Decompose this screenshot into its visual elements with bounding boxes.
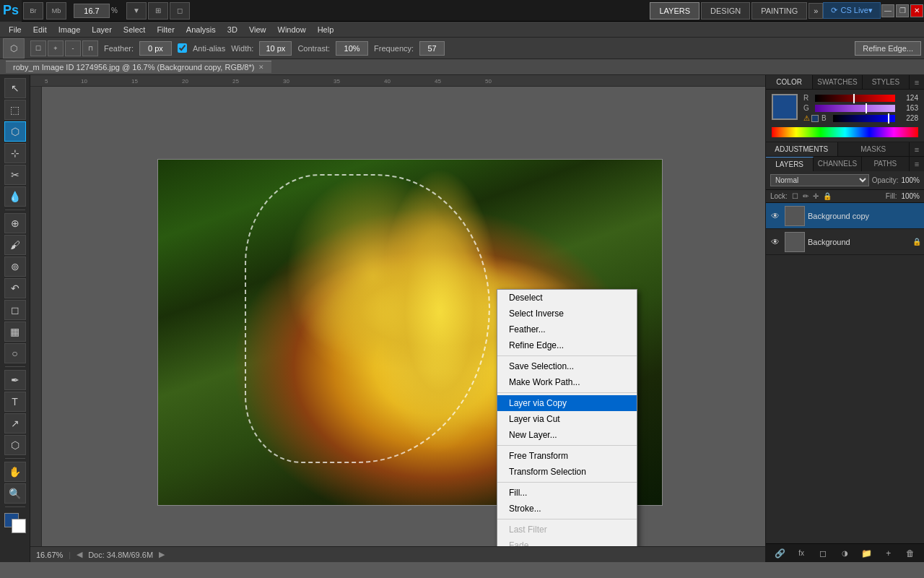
hand-tool[interactable]: ✋ <box>4 462 26 482</box>
link-layers-btn[interactable]: 🔗 <box>772 546 787 561</box>
move-tool[interactable]: ↖ <box>4 78 26 98</box>
tab-paths[interactable]: PATHS <box>862 157 910 171</box>
ctx-refine-edge[interactable]: Refine Edge... <box>497 337 637 353</box>
panel-menu-btn[interactable]: ≡ <box>910 75 924 89</box>
ctx-new-layer[interactable]: New Layer... <box>497 427 637 443</box>
adj-panel-menu-btn[interactable]: ≡ <box>910 142 924 156</box>
lasso-tool[interactable]: ⬡ <box>4 121 26 142</box>
ctx-layer-via-copy[interactable]: Layer via Copy <box>497 395 637 411</box>
width-input[interactable] <box>259 41 292 56</box>
menu-help[interactable]: Help <box>312 24 340 35</box>
menu-filter[interactable]: Filter <box>151 24 180 35</box>
blend-mode-select[interactable]: Normal Multiply Screen Overlay <box>770 174 869 186</box>
new-adj-layer-btn[interactable]: ◑ <box>837 546 852 561</box>
ctx-save-selection[interactable]: Save Selection... <box>497 358 637 374</box>
color-preview[interactable] <box>772 94 798 120</box>
ctx-feather[interactable]: Feather... <box>497 322 637 337</box>
brush-tool[interactable]: 🖌 <box>4 235 26 255</box>
pen-tool[interactable]: ✒ <box>4 370 26 390</box>
new-group-btn[interactable]: 📁 <box>860 546 874 561</box>
add-mask-btn[interactable]: ◻ <box>816 546 830 561</box>
status-arrow-right[interactable]: ▶ <box>159 550 165 559</box>
menu-layer[interactable]: Layer <box>86 24 118 35</box>
layer-eye-background[interactable]: 👁 <box>769 237 782 247</box>
layer-item-background[interactable]: 👁 Background 🔒 <box>766 229 924 255</box>
canvas-container[interactable]: Deselect Select Inverse Feather... Refin… <box>42 87 765 546</box>
antialias-checkbox[interactable] <box>178 43 187 53</box>
history-tool[interactable]: ↶ <box>4 278 26 298</box>
layer-item-background-copy[interactable]: 👁 Background copy <box>766 203 924 229</box>
frequency-input[interactable] <box>419 41 445 56</box>
essentials-btn[interactable]: LAYERS <box>650 2 699 20</box>
design-btn[interactable]: DESIGN <box>701 2 750 20</box>
menu-select[interactable]: Select <box>118 24 152 35</box>
tab-styles[interactable]: STYLES <box>863 75 910 89</box>
cs-live-btn[interactable]: ⟳ CS Live▾ <box>823 2 881 19</box>
painting-btn[interactable]: PAINTING <box>751 2 807 20</box>
crop-tool[interactable]: ✂ <box>4 165 26 185</box>
tab-color[interactable]: COLOR <box>766 75 813 89</box>
close-btn[interactable]: ✕ <box>910 4 923 17</box>
path-select-tool[interactable]: ↗ <box>4 413 26 434</box>
lock-transparency-btn[interactable]: ☐ <box>792 192 798 200</box>
zoom-tool[interactable]: 🔍 <box>4 483 26 504</box>
zoom-dropdown[interactable]: ▼ <box>126 2 147 20</box>
clone-tool[interactable]: ⊚ <box>4 256 26 277</box>
ctx-select-inverse[interactable]: Select Inverse <box>497 306 637 322</box>
canvas-area[interactable]: 5 10 15 20 25 30 35 40 45 50 Deselect Se… <box>30 75 765 562</box>
menu-window[interactable]: Window <box>272 24 312 35</box>
selection-tool[interactable]: ⬚ <box>4 100 26 120</box>
refine-edge-button[interactable]: Refine Edge... <box>855 41 921 56</box>
ctx-stroke[interactable]: Stroke... <box>497 501 637 517</box>
layers-panel-menu-btn[interactable]: ≡ <box>910 157 924 171</box>
doc-close-btn[interactable]: ✕ <box>258 64 264 71</box>
screen-mode-btn[interactable]: ◻ <box>170 2 190 20</box>
background-color[interactable] <box>12 519 26 533</box>
quick-select-tool[interactable]: ⊹ <box>4 143 26 163</box>
eyedropper-tool[interactable]: 💧 <box>4 186 26 207</box>
contrast-input[interactable] <box>336 41 368 56</box>
document-tab[interactable]: roby_m Image ID 1274956.jpg @ 16.7% (Bac… <box>6 61 271 73</box>
add-style-btn[interactable]: fx <box>794 546 808 561</box>
ctx-fill[interactable]: Fill... <box>497 485 637 501</box>
dodge-tool[interactable]: ○ <box>4 343 26 363</box>
menu-file[interactable]: File <box>3 24 27 35</box>
text-tool[interactable]: T <box>4 392 26 412</box>
zoom-input[interactable] <box>74 4 110 18</box>
ctx-transform-selection[interactable]: Transform Selection <box>497 464 637 480</box>
more-workspaces-btn[interactable]: » <box>808 3 823 19</box>
ctx-free-transform[interactable]: Free Transform <box>497 448 637 464</box>
eraser-tool[interactable]: ◻ <box>4 300 26 320</box>
lock-paint-btn[interactable]: ✏ <box>803 192 808 200</box>
menu-view[interactable]: View <box>243 24 272 35</box>
tab-masks[interactable]: MASKS <box>838 142 910 156</box>
menu-analysis[interactable]: Analysis <box>180 24 222 35</box>
tab-layers[interactable]: LAYERS <box>766 157 814 171</box>
new-selection-btn[interactable]: ☐ <box>30 40 46 56</box>
menu-3d[interactable]: 3D <box>222 24 243 35</box>
subtract-selection-btn[interactable]: - <box>65 40 81 56</box>
feather-input[interactable] <box>139 41 172 56</box>
ctx-layer-via-cut[interactable]: Layer via Cut <box>497 411 637 427</box>
minimize-btn[interactable]: — <box>881 4 894 17</box>
tab-adjustments[interactable]: ADJUSTMENTS <box>766 142 838 156</box>
menu-image[interactable]: Image <box>53 24 87 35</box>
ctx-make-work-path[interactable]: Make Work Path... <box>497 374 637 390</box>
gradient-tool[interactable]: ▦ <box>4 322 26 342</box>
lock-all-btn[interactable]: 🔒 <box>823 192 832 200</box>
menu-edit[interactable]: Edit <box>27 24 53 35</box>
new-layer-btn[interactable]: + <box>881 546 896 561</box>
tab-channels[interactable]: CHANNELS <box>814 157 861 171</box>
intersect-selection-btn[interactable]: ⊓ <box>82 40 98 56</box>
tab-swatches[interactable]: SWATCHES <box>813 75 863 89</box>
mini-bridge-button[interactable]: Mb <box>46 2 66 20</box>
delete-layer-btn[interactable]: 🗑 <box>903 546 918 561</box>
lock-move-btn[interactable]: ✛ <box>813 192 819 200</box>
bridge-button[interactable]: Br <box>23 2 43 20</box>
layer-eye-background-copy[interactable]: 👁 <box>769 211 782 221</box>
layout-btn[interactable]: ⊞ <box>148 2 168 20</box>
shape-tool[interactable]: ⬡ <box>4 435 26 455</box>
ctx-deselect[interactable]: Deselect <box>497 290 637 306</box>
add-selection-btn[interactable]: + <box>48 40 64 56</box>
restore-btn[interactable]: ❐ <box>896 4 909 17</box>
